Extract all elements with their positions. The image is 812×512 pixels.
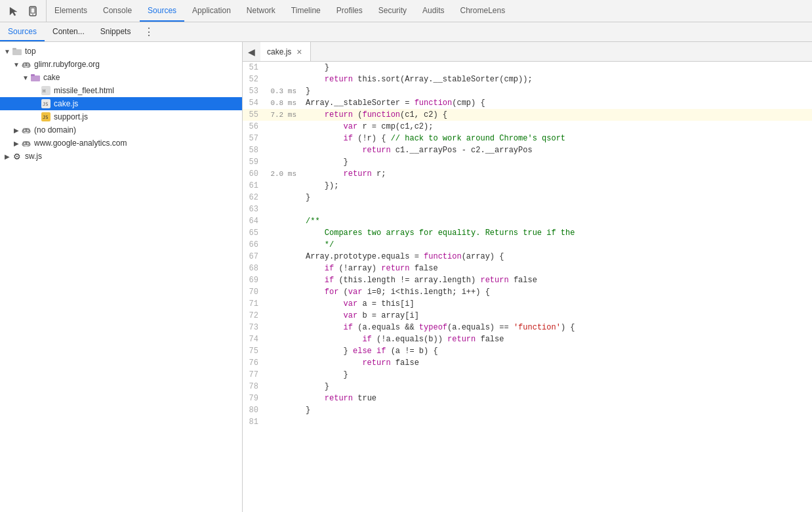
line-number: 55 <box>243 109 262 121</box>
line-number: 66 <box>243 239 262 251</box>
line-code: return false <box>300 357 812 369</box>
tree-item-supportjs[interactable]: JS support.js <box>0 110 242 123</box>
code-tab-cakejs[interactable]: cake.js × <box>260 42 311 61</box>
line-code: if (!array) return false <box>300 263 812 274</box>
line-number: 51 <box>243 62 262 74</box>
line-code: } <box>300 381 812 393</box>
tab-chromelens[interactable]: ChromeLens <box>452 0 513 22</box>
line-number: 68 <box>243 263 262 274</box>
code-line: 67Array.prototype.equals = function(arra… <box>243 251 812 263</box>
code-line: 530.3 ms} <box>243 85 812 97</box>
tree-item-glimr[interactable]: ▼ glimr.rubyforge.org <box>0 58 242 71</box>
line-code: /** <box>300 215 812 227</box>
code-line: 76 return false <box>243 357 812 369</box>
tree-arrow-glimr: ▼ <box>12 61 21 68</box>
tab-audits[interactable]: Audits <box>415 0 452 22</box>
code-editor[interactable]: 51 }52 return this.sort(Array.__stableSo… <box>243 62 812 512</box>
line-timing: 0.8 ms <box>262 97 300 109</box>
line-code: } <box>300 369 812 381</box>
tree-arrow-swjs: ▶ <box>3 153 12 160</box>
sources-menu-button[interactable]: ⋮ <box>138 23 159 41</box>
line-timing <box>262 144 300 156</box>
line-number: 52 <box>243 74 262 85</box>
code-line: 79 return true <box>243 393 812 404</box>
code-tab-nav-back[interactable]: ◀ <box>243 42 260 61</box>
tree-label-nodomain: (no domain) <box>34 125 76 135</box>
tab-console[interactable]: Console <box>95 0 140 22</box>
line-timing <box>262 192 300 203</box>
line-number: 57 <box>243 133 262 144</box>
line-number: 70 <box>243 286 262 298</box>
tree-label-top: top <box>25 47 36 56</box>
js-icon-cakejs: JS <box>41 98 51 109</box>
tree-item-cakejs[interactable]: JS cake.js <box>0 97 242 110</box>
line-timing <box>262 345 300 357</box>
code-line: 65 Compares two arrays for equality. Ret… <box>243 227 812 239</box>
sources-toolbar: Sources Conten... Snippets ⋮ <box>0 22 812 42</box>
tree-item-top[interactable]: ▼ top <box>0 45 242 58</box>
tab-network[interactable]: Network <box>239 0 283 22</box>
line-timing <box>262 404 300 416</box>
tree-item-missile[interactable]: H missile_fleet.html <box>0 84 242 97</box>
line-timing: 2.0 ms <box>262 168 300 180</box>
cursor-icon-button[interactable] <box>5 5 21 18</box>
code-line: 64/** <box>243 215 812 227</box>
line-number: 62 <box>243 192 262 203</box>
sources-tab-sources[interactable]: Sources <box>0 22 45 41</box>
tab-security[interactable]: Security <box>371 0 415 22</box>
code-tab-close-button[interactable]: × <box>295 47 303 56</box>
line-number: 78 <box>243 381 262 393</box>
line-timing <box>262 263 300 274</box>
tree-item-cake-folder[interactable]: ▼ cake <box>0 71 242 84</box>
code-line: 51 } <box>243 62 812 74</box>
tree-label-cake-folder: cake <box>43 73 60 82</box>
line-number: 71 <box>243 298 262 310</box>
main-nav-tabs: Elements Console Sources Application Net… <box>47 0 513 22</box>
code-line: 66 */ <box>243 239 812 251</box>
line-timing <box>262 369 300 381</box>
line-timing <box>262 393 300 404</box>
line-timing <box>262 227 300 239</box>
folder-icon-top <box>12 46 22 56</box>
cloud-icon-glimr <box>21 59 31 70</box>
code-line: 74 if (!a.equals(b)) return false <box>243 333 812 345</box>
tab-profiles[interactable]: Profiles <box>329 0 371 22</box>
line-number: 72 <box>243 310 262 322</box>
tree-item-nodomain[interactable]: ▶ (no domain) <box>0 123 242 137</box>
line-timing <box>262 333 300 345</box>
line-code: return this.sort(Array.__stableSorter(cm… <box>300 74 812 85</box>
line-number: 79 <box>243 393 262 404</box>
line-code: var a = this[i] <box>300 298 812 310</box>
line-code: if (!a.equals(b)) return false <box>300 333 812 345</box>
tree-item-swjs[interactable]: ▶ ⚙ sw.js <box>0 150 242 163</box>
tab-elements[interactable]: Elements <box>47 0 95 22</box>
tab-application[interactable]: Application <box>184 0 239 22</box>
sources-tab-content[interactable]: Conten... <box>45 22 92 41</box>
code-line: 75 } else if (a != b) { <box>243 345 812 357</box>
code-line: 52 return this.sort(Array.__stableSorter… <box>243 74 812 85</box>
line-number: 63 <box>243 203 262 215</box>
line-number: 73 <box>243 322 262 333</box>
svg-text:H: H <box>43 89 45 94</box>
tab-sources[interactable]: Sources <box>140 0 184 22</box>
tab-timeline[interactable]: Timeline <box>283 0 329 22</box>
line-timing <box>262 203 300 215</box>
tree-item-google-analytics[interactable]: ▶ www.google-analytics.com <box>0 137 242 150</box>
tree-arrow-top: ▼ <box>3 48 12 55</box>
line-code: if (this.length != array.length) return … <box>300 274 812 286</box>
file-panel: ▼ top ▼ glimr.rubyforge.org ▼ <box>0 42 243 512</box>
code-line: 72 var b = array[i] <box>243 310 812 322</box>
line-number: 77 <box>243 369 262 381</box>
line-timing <box>262 74 300 85</box>
line-timing <box>262 215 300 227</box>
sources-tab-snippets[interactable]: Snippets <box>92 22 139 41</box>
code-line: 70 for (var i=0; i<this.length; i++) { <box>243 286 812 298</box>
line-number: 58 <box>243 144 262 156</box>
code-line: 557.2 ms return (function(c1, c2) { <box>243 109 812 121</box>
line-timing <box>262 156 300 168</box>
code-line: 59 } <box>243 156 812 168</box>
html-icon-missile: H <box>41 85 51 96</box>
code-line: 81 <box>243 416 812 428</box>
mobile-icon-button[interactable] <box>25 5 41 18</box>
line-timing <box>262 121 300 133</box>
